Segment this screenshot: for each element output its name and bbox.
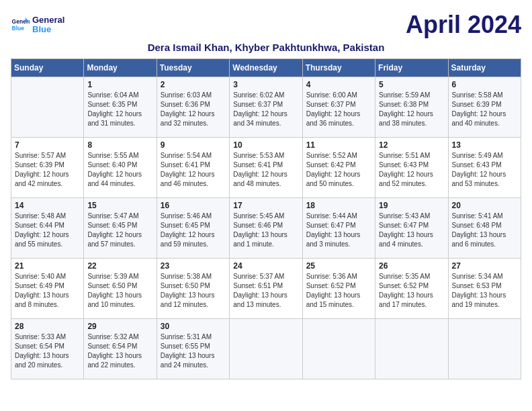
sunset-text: Sunset: 6:51 PM [233,281,298,291]
day-number: 13 [452,140,517,150]
sunrise-text: Sunrise: 5:49 AM [452,151,517,161]
sunset-text: Sunset: 6:52 PM [379,281,444,291]
calendar-cell: 3Sunrise: 6:02 AMSunset: 6:37 PMDaylight… [230,77,302,138]
sunrise-text: Sunrise: 5:44 AM [306,212,371,221]
sunrise-text: Sunrise: 5:33 AM [15,332,80,342]
calendar-cell: 23Sunrise: 5:38 AMSunset: 6:50 PMDayligh… [157,259,229,319]
logo-line1: General [32,15,64,25]
sunset-text: Sunset: 6:37 PM [306,100,371,109]
calendar-cell: 15Sunrise: 5:47 AMSunset: 6:45 PMDayligh… [84,198,157,259]
column-header-wednesday: Wednesday [230,59,302,77]
calendar-cell: 21Sunrise: 5:40 AMSunset: 6:49 PMDayligh… [11,259,84,319]
sunset-text: Sunset: 6:42 PM [306,161,371,170]
calendar-cell: 10Sunrise: 5:53 AMSunset: 6:41 PMDayligh… [230,138,302,198]
daylight-text: Daylight: 13 hours and 4 minutes. [379,230,444,249]
calendar-cell: 26Sunrise: 5:35 AMSunset: 6:52 PMDayligh… [375,259,448,319]
day-number: 3 [233,80,298,89]
sunrise-text: Sunrise: 6:02 AM [233,91,298,100]
sunrise-text: Sunrise: 5:57 AM [15,151,80,161]
calendar-cell: 29Sunrise: 5:32 AMSunset: 6:54 PMDayligh… [84,319,157,379]
column-header-monday: Monday [84,59,157,77]
day-number: 23 [161,261,226,271]
sunset-text: Sunset: 6:47 PM [379,221,444,230]
sunrise-text: Sunrise: 5:52 AM [306,151,371,161]
day-number: 21 [15,261,80,271]
day-number: 1 [87,80,152,89]
sunrise-text: Sunrise: 6:03 AM [161,91,226,100]
daylight-text: Daylight: 12 hours and 53 minutes. [452,170,517,189]
sunrise-text: Sunrise: 5:45 AM [233,212,298,221]
sunset-text: Sunset: 6:45 PM [87,221,152,230]
sunset-text: Sunset: 6:41 PM [161,161,226,170]
daylight-text: Daylight: 12 hours and 50 minutes. [306,170,371,189]
day-number: 14 [15,201,80,210]
sunset-text: Sunset: 6:41 PM [233,161,298,170]
calendar-cell: 14Sunrise: 5:48 AMSunset: 6:44 PMDayligh… [11,198,84,259]
day-number: 24 [233,261,298,271]
week-row-2: 7Sunrise: 5:57 AMSunset: 6:39 PMDaylight… [11,138,521,198]
sunrise-text: Sunrise: 6:04 AM [87,91,152,100]
sunset-text: Sunset: 6:53 PM [452,281,517,291]
day-number: 15 [87,201,152,210]
daylight-text: Daylight: 12 hours and 34 minutes. [233,109,298,128]
day-number: 19 [379,201,444,210]
calendar-cell: 11Sunrise: 5:52 AMSunset: 6:42 PMDayligh… [302,138,375,198]
daylight-text: Daylight: 13 hours and 19 minutes. [452,291,517,310]
daylight-text: Daylight: 12 hours and 32 minutes. [161,109,226,128]
day-number: 29 [87,322,152,331]
calendar-cell: 4Sunrise: 6:00 AMSunset: 6:37 PMDaylight… [302,77,375,138]
daylight-text: Daylight: 12 hours and 59 minutes. [161,230,226,249]
daylight-text: Daylight: 13 hours and 10 minutes. [87,291,152,310]
sunrise-text: Sunrise: 5:39 AM [87,272,152,281]
logo: General Blue General Blue [11,15,64,35]
daylight-text: Daylight: 13 hours and 6 minutes. [452,230,517,249]
daylight-text: Daylight: 12 hours and 42 minutes. [15,170,80,189]
calendar-cell [448,319,521,379]
daylight-text: Daylight: 12 hours and 40 minutes. [452,109,517,128]
sunset-text: Sunset: 6:44 PM [15,221,80,230]
header: General Blue General Blue April 2024 [11,11,521,39]
week-row-1: 1Sunrise: 6:04 AMSunset: 6:35 PMDaylight… [11,77,521,138]
sunrise-text: Sunrise: 5:35 AM [379,272,444,281]
daylight-text: Daylight: 13 hours and 12 minutes. [161,291,226,310]
daylight-text: Daylight: 12 hours and 44 minutes. [87,170,152,189]
day-number: 26 [379,261,444,271]
logo-line2: Blue [32,25,64,34]
calendar-cell: 16Sunrise: 5:46 AMSunset: 6:45 PMDayligh… [157,198,229,259]
calendar-cell: 6Sunrise: 5:58 AMSunset: 6:39 PMDaylight… [448,77,521,138]
sunset-text: Sunset: 6:54 PM [87,342,152,351]
day-number: 6 [452,80,517,89]
day-number: 2 [161,80,226,89]
sunrise-text: Sunrise: 5:31 AM [161,332,226,342]
day-number: 12 [379,140,444,150]
sunrise-text: Sunrise: 5:36 AM [306,272,371,281]
daylight-text: Daylight: 13 hours and 13 minutes. [233,291,298,310]
day-number: 28 [15,322,80,331]
sunrise-text: Sunrise: 5:34 AM [452,272,517,281]
daylight-text: Daylight: 13 hours and 20 minutes. [15,351,80,370]
day-number: 25 [306,261,371,271]
sunrise-text: Sunrise: 5:51 AM [379,151,444,161]
calendar-cell [230,319,302,379]
sunset-text: Sunset: 6:40 PM [87,161,152,170]
week-row-5: 28Sunrise: 5:33 AMSunset: 6:54 PMDayligh… [11,319,521,379]
sunset-text: Sunset: 6:55 PM [161,342,226,351]
column-header-saturday: Saturday [448,59,521,77]
calendar-cell: 24Sunrise: 5:37 AMSunset: 6:51 PMDayligh… [230,259,302,319]
sunset-text: Sunset: 6:36 PM [161,100,226,109]
sunrise-text: Sunrise: 5:53 AM [233,151,298,161]
calendar-cell: 8Sunrise: 5:55 AMSunset: 6:40 PMDaylight… [84,138,157,198]
sunset-text: Sunset: 6:50 PM [161,281,226,291]
daylight-text: Daylight: 13 hours and 22 minutes. [87,351,152,370]
sunset-text: Sunset: 6:47 PM [306,221,371,230]
daylight-text: Daylight: 13 hours and 1 minute. [233,230,298,249]
sunrise-text: Sunrise: 5:54 AM [161,151,226,161]
calendar-cell: 18Sunrise: 5:44 AMSunset: 6:47 PMDayligh… [302,198,375,259]
week-row-3: 14Sunrise: 5:48 AMSunset: 6:44 PMDayligh… [11,198,521,259]
calendar-cell: 25Sunrise: 5:36 AMSunset: 6:52 PMDayligh… [302,259,375,319]
sunrise-text: Sunrise: 5:32 AM [87,332,152,342]
sunrise-text: Sunrise: 6:00 AM [306,91,371,100]
sunrise-text: Sunrise: 5:55 AM [87,151,152,161]
sunset-text: Sunset: 6:52 PM [306,281,371,291]
sunrise-text: Sunrise: 5:48 AM [15,212,80,221]
